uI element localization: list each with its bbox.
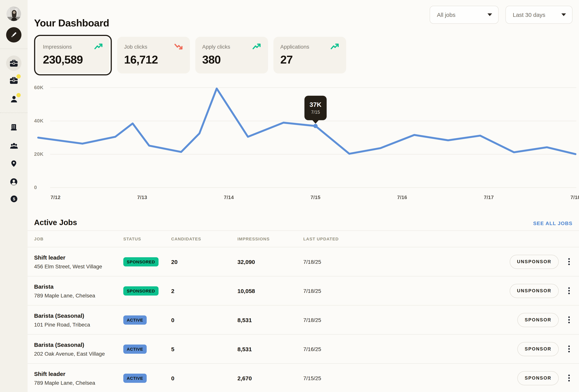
impressions-value: 8,531: [237, 346, 252, 352]
sidebar-item-billing[interactable]: $: [6, 191, 21, 206]
last-updated-value: 7/18/25: [303, 317, 321, 323]
stat-card-job-clicks[interactable]: Job clicks 16,712: [117, 37, 190, 73]
status-cell: ACTIVE: [123, 315, 147, 325]
sponsor-toggle-button[interactable]: UNSPONSOR: [510, 255, 559, 269]
table-row[interactable]: Barista (Seasonal) 202 Oak Avenue, East …: [28, 334, 579, 364]
date-range-dropdown[interactable]: Last 30 days: [506, 6, 573, 24]
stat-value: 16,712: [124, 53, 183, 66]
sidebar-item-team[interactable]: [6, 138, 21, 153]
sidebar-item-company[interactable]: [6, 120, 21, 135]
x-axis-tick: 7/12: [49, 195, 63, 200]
person-circle-icon: [9, 178, 18, 186]
impressions-value: 10,058: [237, 287, 255, 294]
kebab-menu-icon[interactable]: [567, 257, 571, 267]
trend-up-icon: [252, 43, 261, 50]
impressions-value: 2,670: [237, 375, 252, 381]
job-address: 789 Maple Lane, Chelsea: [34, 380, 95, 386]
avatar[interactable]: [6, 6, 21, 21]
sidebar-item-candidates[interactable]: [6, 91, 21, 107]
jobs-filter-dropdown[interactable]: All jobs: [430, 6, 499, 24]
job-cell: Shift leader 789 Maple Lane, Chelsea: [34, 370, 95, 386]
chevron-down-icon: [561, 13, 566, 16]
x-axis-tick: 7/16: [395, 195, 409, 200]
column-header-status: STATUS: [123, 237, 141, 241]
chart-tooltip: 37K 7/15: [304, 96, 327, 120]
sponsor-toggle-button[interactable]: UNSPONSOR: [510, 284, 559, 298]
sidebar-item-jobs[interactable]: [6, 56, 21, 71]
row-actions: UNSPONSOR: [510, 255, 571, 269]
kebab-menu-icon[interactable]: [567, 286, 571, 296]
last-updated-value: 7/15/25: [303, 375, 321, 381]
tooltip-value: 37K: [310, 101, 321, 109]
stat-card-applications[interactable]: Applications 27: [273, 37, 346, 73]
trend-up-icon: [330, 43, 339, 50]
sidebar-item-locations[interactable]: [6, 156, 21, 172]
table-row[interactable]: Barista 789 Maple Lane, Chelsea SPONSORE…: [28, 276, 579, 306]
kebab-menu-icon[interactable]: [567, 315, 571, 325]
notification-dot: [16, 93, 21, 97]
last-updated-value: 7/18/25: [303, 288, 321, 294]
y-axis-tick: 20K: [34, 151, 49, 157]
status-cell: ACTIVE: [123, 373, 147, 383]
last-updated-value: 7/18/25: [303, 259, 321, 265]
stat-card-impressions[interactable]: Impressions 230,589: [34, 35, 112, 75]
chart-plot: [28, 80, 579, 207]
stat-value: 27: [280, 53, 339, 66]
dashboard-app: $ Your Dashboard All jobs Last 30 days I…: [0, 0, 579, 392]
status-badge: ACTIVE: [123, 373, 147, 383]
status-badge: SPONSORED: [123, 286, 158, 295]
sponsor-toggle-button[interactable]: SPONSOR: [517, 313, 559, 327]
briefcase-icon: [9, 59, 18, 68]
job-cell: Barista 789 Maple Lane, Chelsea: [34, 283, 95, 298]
sidebar-item-jobs-alt[interactable]: [6, 73, 21, 88]
chevron-down-icon: [488, 13, 492, 16]
jobs-table: JOB STATUS CANDIDATES IMPRESSIONS LAST U…: [28, 230, 579, 392]
pencil-icon: [10, 31, 18, 39]
see-all-jobs-link[interactable]: SEE ALL JOBS: [533, 220, 573, 226]
main-content: Your Dashboard All jobs Last 30 days Imp…: [28, 0, 579, 392]
column-header-candidates: CANDIDATES: [171, 237, 201, 241]
status-badge: ACTIVE: [123, 344, 147, 354]
candidates-value: 0: [171, 317, 174, 323]
table-row[interactable]: Shift leader 789 Maple Lane, Chelsea ACT…: [28, 364, 579, 392]
notification-dot: [16, 74, 21, 78]
stat-value: 230,589: [43, 53, 103, 66]
job-title: Shift leader: [34, 370, 95, 377]
column-header-last-updated: LAST UPDATED: [303, 237, 339, 241]
location-pin-icon: [9, 160, 18, 168]
stat-label: Impressions: [43, 43, 72, 50]
compose-button[interactable]: [6, 27, 21, 43]
trend-up-icon: [94, 43, 103, 50]
page-title: Your Dashboard: [34, 17, 109, 29]
x-axis-tick: 7/14: [222, 195, 236, 200]
candidates-value: 0: [171, 375, 174, 381]
candidates-value: 5: [171, 346, 174, 352]
impressions-line-chart: 60K40K20K07/127/137/147/157/167/177/18 3…: [28, 80, 579, 207]
table-row[interactable]: Shift leader 456 Elm Street, West Villag…: [28, 247, 579, 276]
sidebar-item-account[interactable]: [6, 174, 21, 190]
job-address: 202 Oak Avenue, East Village: [34, 350, 105, 357]
kebab-menu-icon[interactable]: [567, 344, 571, 354]
impressions-value: 8,531: [237, 317, 252, 323]
trend-down-icon: [174, 43, 183, 50]
row-actions: SPONSOR: [517, 371, 571, 385]
job-title: Barista: [34, 283, 95, 290]
sponsor-toggle-button[interactable]: SPONSOR: [517, 371, 559, 385]
stat-label: Job clicks: [124, 43, 147, 50]
kebab-menu-icon[interactable]: [567, 373, 571, 383]
table-row[interactable]: Barista (Seasonal) 101 Pine Road, Tribec…: [28, 306, 579, 334]
job-cell: Barista (Seasonal) 101 Pine Road, Tribec…: [34, 312, 90, 327]
job-address: 789 Maple Lane, Chelsea: [34, 292, 95, 298]
sidebar-divider: [0, 49, 28, 49]
stat-card-apply-clicks[interactable]: Apply clicks 380: [195, 37, 268, 73]
chart-data-point[interactable]: [313, 124, 318, 128]
y-axis-tick: 60K: [34, 85, 49, 90]
job-cell: Barista (Seasonal) 202 Oak Avenue, East …: [34, 341, 105, 357]
y-axis-tick: 0: [34, 185, 49, 190]
candidates-value: 2: [171, 287, 174, 294]
job-address: 456 Elm Street, West Village: [34, 263, 102, 269]
job-title: Barista (Seasonal): [34, 312, 90, 319]
job-cell: Shift leader 456 Elm Street, West Villag…: [34, 254, 102, 269]
sponsor-toggle-button[interactable]: SPONSOR: [517, 342, 559, 356]
jobs-filter-value: All jobs: [437, 11, 455, 18]
